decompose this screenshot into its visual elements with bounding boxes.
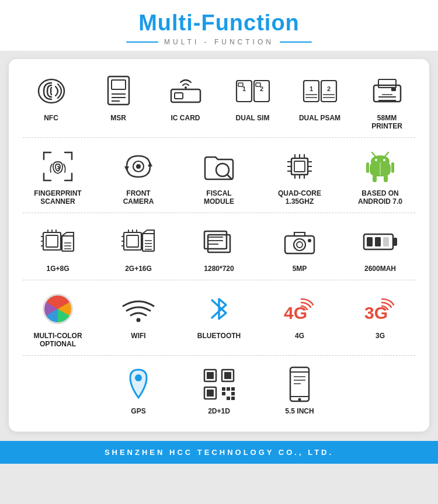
svg-marker-30 — [124, 166, 129, 171]
android-icon — [361, 147, 399, 185]
svg-rect-55 — [366, 162, 369, 173]
svg-rect-8 — [175, 93, 183, 99]
svg-text:2: 2 — [326, 85, 330, 92]
feature-row-2: FINGERPRINTSCANNER FRONTCAMERA — [9, 138, 429, 213]
4g-label: 4G — [295, 332, 304, 340]
svg-rect-98 — [383, 237, 389, 246]
main-card: NFC MSR — [9, 59, 429, 432]
svg-rect-111 — [231, 387, 235, 391]
nfc-label: NFC — [44, 114, 58, 122]
header-subtitle: MULTI - FUNCTION — [164, 38, 274, 46]
ic-card-label: IC CARD — [171, 114, 200, 122]
feature-battery: 2600MAH — [340, 223, 420, 273]
svg-rect-56 — [391, 162, 394, 173]
msr-label: MSR — [110, 114, 126, 122]
1g8g-icon — [39, 223, 77, 260]
5mp-label: 5MP — [293, 265, 307, 273]
svg-rect-2 — [112, 80, 126, 89]
fiscal-label: FISCALMODULE — [204, 189, 234, 206]
nfc-icon — [32, 72, 70, 110]
battery-label: 2600MAH — [364, 265, 396, 273]
svg-rect-24 — [378, 79, 396, 88]
1g8g-label: 1G+8G — [46, 265, 69, 273]
svg-text:4G: 4G — [284, 303, 307, 322]
feature-gps: GPS — [98, 365, 179, 415]
svg-rect-115 — [231, 397, 235, 400]
svg-text:3G: 3G — [364, 303, 388, 322]
ic-card-icon — [166, 72, 204, 110]
feature-dual-psam: 1 2 DUAL PSAM — [286, 72, 353, 122]
quad-core-icon — [281, 147, 319, 185]
svg-rect-96 — [367, 237, 373, 246]
feature-3g: 3G 3G — [340, 290, 420, 340]
svg-rect-106 — [224, 372, 231, 379]
feature-55inch: 5.5 INCH — [259, 365, 340, 415]
android-label: BASED ONANDROID 7.0 — [358, 189, 402, 206]
svg-rect-114 — [227, 397, 230, 400]
svg-text:1: 1 — [309, 85, 312, 92]
4g-icon: 4G — [281, 290, 319, 328]
2g16g-icon — [120, 223, 158, 260]
multicolor-icon — [39, 290, 77, 328]
svg-rect-113 — [231, 392, 235, 395]
svg-rect-80 — [142, 234, 154, 251]
feature-front-camera: FRONTCAMERA — [98, 147, 179, 206]
battery-icon — [361, 223, 399, 260]
footer-text: SHENZHEN HCC TECHNOLOGY CO., LTD. — [0, 448, 438, 457]
svg-rect-7 — [171, 89, 200, 102]
svg-rect-110 — [227, 387, 230, 391]
multicolor-label: MULTI-COLOROPTIONAL — [33, 332, 82, 348]
svg-rect-27 — [391, 88, 396, 91]
svg-point-91 — [294, 239, 305, 251]
feature-android: BASED ONANDROID 7.0 — [340, 147, 420, 206]
feature-resolution: 1280*720 — [179, 223, 259, 273]
feature-msr: MSR — [85, 72, 152, 122]
svg-line-53 — [372, 152, 376, 157]
front-camera-label: FRONTCAMERA — [123, 189, 154, 206]
feature-row-4: MULTI-COLOROPTIONAL WIFI B — [9, 280, 429, 355]
feature-fiscal: FISCALMODULE — [179, 147, 259, 206]
svg-point-99 — [137, 318, 141, 322]
printer-label: 58MMPRINTER — [371, 114, 402, 130]
footer: SHENZHEN HCC TECHNOLOGY CO., LTD. — [0, 441, 438, 464]
svg-rect-108 — [207, 390, 214, 397]
feature-dual-sim: 1 2 DUAL SIM — [219, 72, 286, 122]
svg-marker-29 — [148, 162, 152, 166]
svg-point-52 — [383, 159, 385, 161]
svg-line-54 — [385, 152, 388, 157]
feature-quad-core: QUAD-CORE1.35GHZ — [259, 147, 340, 206]
svg-rect-58 — [384, 175, 388, 182]
svg-rect-109 — [222, 387, 225, 391]
header-title: Multi-Function — [0, 11, 438, 36]
svg-point-32 — [136, 164, 141, 169]
feature-multicolor: MULTI-COLOROPTIONAL — [18, 290, 98, 348]
svg-point-51 — [375, 159, 377, 161]
svg-point-102 — [135, 374, 142, 381]
feature-printer: 58MMPRINTER — [353, 72, 420, 130]
quad-core-label: QUAD-CORE1.35GHZ — [278, 189, 321, 206]
feature-bluetooth: BLUETOOTH — [179, 290, 259, 340]
svg-rect-57 — [373, 175, 377, 182]
resolution-icon — [200, 223, 238, 260]
svg-rect-36 — [294, 161, 305, 172]
fingerprint-label: FINGERPRINTSCANNER — [34, 189, 81, 206]
svg-point-6 — [185, 86, 187, 89]
dual-psam-label: DUAL PSAM — [299, 114, 340, 122]
fingerprint-icon — [39, 147, 77, 185]
feature-ic-card: IC CARD — [152, 72, 219, 122]
svg-rect-104 — [207, 372, 214, 379]
feature-row-5: GPS — [9, 356, 429, 422]
feature-2g16g: 2G+16G — [98, 223, 179, 273]
feature-fingerprint: FINGERPRINTSCANNER — [18, 147, 98, 206]
feature-2d1d: 2D+1D — [179, 365, 259, 415]
feature-4g: 4G 4G — [259, 290, 340, 340]
svg-rect-61 — [46, 235, 58, 247]
2d1d-icon — [200, 365, 238, 403]
dual-sim-icon: 1 2 — [234, 72, 272, 110]
fiscal-icon — [200, 147, 238, 185]
feature-1g8g: 1G+8G — [18, 223, 98, 273]
feature-nfc: NFC — [18, 72, 85, 122]
dual-sim-label: DUAL SIM — [236, 114, 270, 122]
svg-point-93 — [308, 239, 311, 242]
dual-psam-icon: 1 2 — [301, 72, 339, 110]
